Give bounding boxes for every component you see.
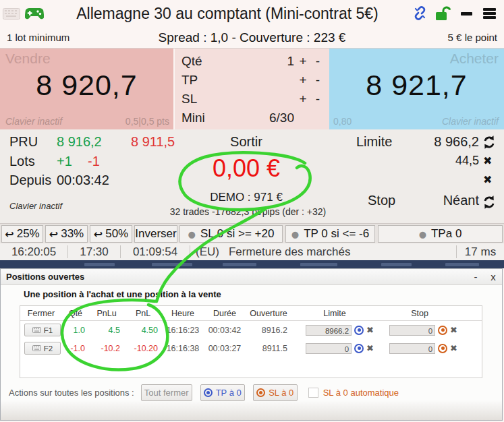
limit-cancel-icon[interactable]: ✖ [483,154,492,167]
price-panels: Vendre 8 920,7 Clavier inactif 0,5|0,5 p… [0,49,504,129]
stop-value: Néant [412,193,479,208]
sell-label: Vendre [5,51,51,67]
gamepad-icon[interactable] [25,4,44,23]
tp-rule-toggle[interactable]: ●TP 0 si <= -6 [285,225,375,243]
lots-long-value: +1 [57,154,72,169]
limit-price-field[interactable]: 0 [306,343,352,354]
radio-dot-icon: ● [291,229,299,239]
current-time: 16:20:05 [0,245,68,258]
info-bar: 1 lot minimum Spread : 1,0 - Couverture … [0,27,504,49]
limit-delete-icon[interactable]: ✖ [366,325,374,335]
title-bar: Allemagne 30 au comptant (Mini-contrat 5… [0,0,504,27]
buy-keyboard-status: Clavier inactif [442,116,499,127]
stop-price-field[interactable]: 0 [389,325,435,336]
table-row: F1 1.0 4.5 4.50 16:16:23 00:03:42 8916.2… [20,321,482,339]
stop-label: Stop [368,193,395,208]
sl-zero-button[interactable]: SL à 0 [253,384,298,401]
trade-stats: 32 trades -17682,3 pt/pips (der : +32) [159,206,337,217]
sl-rule-toggle[interactable]: ●SL 0 si >= +20 [179,225,283,243]
minimize-icon[interactable] [457,4,476,23]
tp-label: TP [181,73,215,88]
qty-minus-button[interactable]: - [312,54,324,69]
sl-auto-label: SL à 0 automatique [323,388,399,398]
buy-button[interactable]: Acheter 8 921,7 0,80 Clavier inactif [329,49,504,129]
close-position-button[interactable]: F2 [24,342,61,355]
stop-delete-icon[interactable]: ✖ [450,325,457,335]
background-window-edge [0,260,504,268]
limit-price-field[interactable]: 8966.2 [306,325,352,336]
tp-zero-button[interactable]: TP à 0 [200,384,245,401]
stop-target-icon[interactable] [438,344,447,353]
duration-cell: 00:03:27 [204,344,246,353]
pnlu-cell: 4.5 [89,326,124,335]
mini-row: Mini 6/30 [181,110,324,127]
open-price-cell: 8916.2 [246,326,291,335]
order-settings-panel: Qté 1 + - TP + - SL + - Mini 6/30 [174,49,330,129]
window-minimize-button[interactable]: - [467,269,484,284]
stop-refresh-icon[interactable] [482,195,497,212]
keyboard-icon[interactable] [2,4,21,23]
menu-icon[interactable] [480,4,499,23]
sl-plus-button[interactable]: + [297,92,309,107]
quick-actions-row: ↩25% ↩33% ↩50% Inverser ●SL 0 si >= +20 … [0,223,504,244]
buy-price: 8 921,7 [329,69,504,102]
stop-target-icon[interactable] [438,326,447,335]
stop-cancel-icon[interactable]: ✖ [483,173,492,186]
pnlu-cell: -10.2 [89,344,124,353]
stop-price-field[interactable]: 0 [389,343,435,354]
window-close-button[interactable]: x [484,269,502,284]
sl-minus-button[interactable]: - [312,92,324,107]
tp-target-icon [204,388,213,397]
qty-plus-button[interactable]: + [297,54,309,69]
positions-summary-text: Une position à l'achat et une position à… [24,289,221,299]
pru-label: PRU [9,134,38,150]
sell-button[interactable]: Vendre 8 920,7 Clavier inactif 0,5|0,5 p… [0,49,173,129]
close-50pct-button[interactable]: ↩50% [90,225,132,243]
position-summary-panel: PRU 8 916,2 8 911,5 Lots +1 -1 Depuis 00… [0,129,504,223]
since-value: 00:03:42 [57,173,109,188]
close-all-button[interactable]: Tout fermer [141,384,192,401]
since-label: Depuis [9,173,51,188]
radio-dot-icon: ● [419,229,426,239]
market-status-text: Fermeture des marchés [229,245,350,258]
tpa-toggle[interactable]: ●TPa 0 [378,225,503,243]
pnl-cell: 4.50 [124,326,162,335]
pnl-cell: -10.20 [124,344,162,353]
positions-window-titlebar: Positions ouvertes - x [1,269,502,285]
table-header-row: Fermer Qté PnLu PnL Heure Durée Ouvertur… [20,306,482,321]
qty-row: Qté 1 + - [181,53,324,69]
limit-target-icon[interactable] [354,326,364,335]
bulk-actions-label: Actions sur toutes les positions : [9,388,134,398]
inverse-button[interactable]: Inverser [134,225,177,243]
qty-value: 1 [215,54,294,69]
positions-window: Positions ouvertes - x Une position à l'… [0,268,503,421]
unlock-icon[interactable] [434,4,453,23]
keyboard-status: Clavier inactif [9,201,62,211]
limit-value: 8 966,2 [405,134,479,150]
sl-auto-checkbox[interactable] [308,388,318,398]
close-position-button[interactable]: F1 [24,324,61,336]
positions-window-title: Positions ouvertes [6,272,467,282]
latency-value: 17 ms [457,245,504,259]
close-25pct-button[interactable]: ↩25% [1,225,43,243]
mini-value: 6/30 [215,111,294,125]
broken-link-icon[interactable] [411,4,430,23]
market-message: (EU)Fermeture des marchés [190,245,457,258]
sl-label: SL [181,92,215,107]
pnl-exit-button[interactable]: 0,00 € [192,154,300,183]
status-bar: 16:20:05 17:30 01:09:54 (EU)Fermeture de… [0,243,504,260]
instrument-title: Allemagne 30 au comptant (Mini-contrat 5… [46,5,409,23]
limit-refresh-icon[interactable] [482,135,497,152]
undo-arrow-icon: ↩ [49,228,58,241]
close-33pct-button[interactable]: ↩33% [45,225,88,243]
limit-label: Limite [356,134,392,150]
limit-target-icon[interactable] [354,344,364,353]
tp-row: TP + - [181,71,324,88]
limit-delete-icon[interactable]: ✖ [366,343,374,353]
tp-plus-button[interactable]: + [297,73,309,88]
stop-delete-icon[interactable]: ✖ [450,343,457,353]
tp-minus-button[interactable]: - [312,73,324,88]
open-price-cell: 8911.5 [246,344,291,353]
market-close-time: 17:30 [68,245,121,258]
countdown-timer: 01:09:54 [121,245,190,258]
